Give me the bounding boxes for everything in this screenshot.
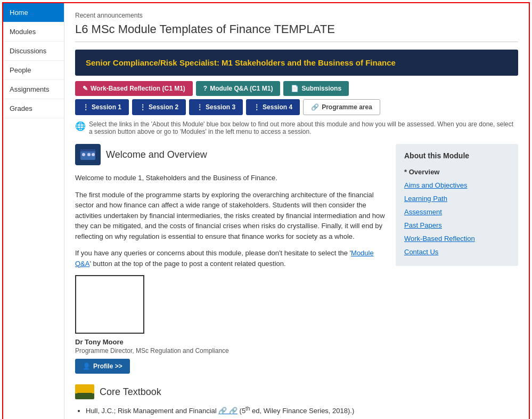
info-note: 🌐 Select the links in the 'About this Mo… [75, 120, 518, 135]
sidebar-item-grades[interactable]: Grades [3, 99, 64, 118]
svg-rect-6 [77, 393, 92, 397]
session2-button[interactable]: ⋮ Session 2 [132, 99, 186, 115]
svg-point-2 [82, 153, 85, 156]
about-module-box: About this Module Overview Aims and Obje… [396, 144, 518, 266]
welcome-header: Welcome and Overview [75, 144, 385, 165]
session1-button[interactable]: ⋮ Session 1 [75, 99, 129, 115]
sidebar-item-home[interactable]: Home [3, 3, 64, 22]
about-module-sidebar: About this Module Overview Aims and Obje… [396, 144, 518, 419]
about-module-assessment-link[interactable]: Assessment [404, 205, 510, 219]
sidebar-item-modules[interactable]: Modules [3, 22, 64, 42]
submissions-button[interactable]: 📄 Submissions [283, 81, 349, 96]
welcome-intro: Welcome to module 1, Stakeholders and th… [75, 173, 385, 183]
content-layout: Welcome and Overview Welcome to module 1… [75, 144, 518, 419]
dots-icon-2: ⋮ [140, 103, 146, 111]
sidebar-item-people[interactable]: People [3, 61, 64, 80]
textbook-section: Core Textbook Hull, J.C.; Risk Managemen… [75, 384, 385, 417]
welcome-para1: The first module of the programme starts… [75, 190, 385, 242]
book-icon [75, 384, 94, 399]
welcome-icon [75, 144, 101, 165]
svg-rect-5 [77, 386, 92, 394]
session4-button[interactable]: ⋮ Session 4 [246, 99, 300, 115]
dots-icon-3: ⋮ [197, 103, 203, 111]
document-icon: 📄 [291, 85, 299, 92]
about-module-pastpapers-link[interactable]: Past Papers [404, 219, 510, 232]
svg-point-3 [87, 153, 91, 156]
recent-announcements-label: Recent announcements [75, 12, 518, 19]
about-module-workbased-link[interactable]: Work-Based Reflection [404, 232, 510, 245]
pencil-icon: ✎ [83, 85, 88, 92]
about-module-contact-link[interactable]: Contact Us [404, 245, 510, 259]
about-module-title: About this Module [404, 151, 510, 160]
textbook-list: Hull, J.C.; Risk Management and Financia… [86, 405, 385, 417]
main-content: Recent announcements L6 MSc Module Templ… [64, 3, 529, 419]
content-main: Welcome and Overview Welcome to module 1… [75, 144, 385, 419]
programme-area-button[interactable]: 🔗 Programme area [303, 99, 380, 115]
textbook-title: Core Textbook [100, 386, 161, 398]
globe-icon: 🌐 [75, 121, 86, 131]
about-module-overview-link[interactable]: Overview [404, 165, 510, 179]
textbook-link[interactable]: 🔗 🔗 [218, 407, 238, 415]
textbook-entry: Hull, J.C.; Risk Management and Financia… [86, 405, 385, 417]
person-image [75, 275, 144, 334]
question-icon: ? [203, 85, 207, 92]
about-module-aims-link[interactable]: Aims and Objectives [404, 179, 510, 192]
person-icon: 👤 [83, 362, 91, 370]
svg-point-4 [92, 153, 95, 156]
sidebar: Home Modules Discussions People Assignme… [3, 3, 64, 419]
about-module-learning-link[interactable]: Learning Path [404, 192, 510, 205]
person-title: Programme Director, MSc Regulation and C… [75, 347, 385, 354]
module-banner: Senior Compliance/Risk Specialist: M1 St… [75, 50, 518, 76]
work-based-reflection-button[interactable]: ✎ Work-Based Reflection (C1 M1) [75, 81, 193, 96]
button-row-2: ⋮ Session 1 ⋮ Session 2 ⋮ Session 3 ⋮ Se… [75, 99, 518, 115]
module-qa-button[interactable]: ? Module Q&A (C1 M1) [196, 81, 281, 96]
profile-button[interactable]: 👤 Profile >> [75, 359, 130, 374]
textbook-header: Core Textbook [75, 384, 385, 399]
welcome-title: Welcome and Overview [106, 149, 207, 160]
dots-icon-4: ⋮ [253, 103, 260, 111]
person-name: Dr Tony Moore [75, 338, 385, 346]
welcome-para2: If you have any queries or concerns abou… [75, 248, 385, 269]
dots-icon: ⋮ [83, 103, 89, 111]
svg-rect-1 [80, 149, 95, 151]
sidebar-item-discussions[interactable]: Discussions [3, 42, 64, 61]
link-icon: 🔗 [311, 103, 319, 111]
sidebar-item-assignments[interactable]: Assignments [3, 80, 64, 99]
button-row-1: ✎ Work-Based Reflection (C1 M1) ? Module… [75, 81, 518, 96]
page-title: L6 MSc Module Templates of Finance TEMPL… [75, 22, 518, 42]
session3-button[interactable]: ⋮ Session 3 [189, 99, 243, 115]
